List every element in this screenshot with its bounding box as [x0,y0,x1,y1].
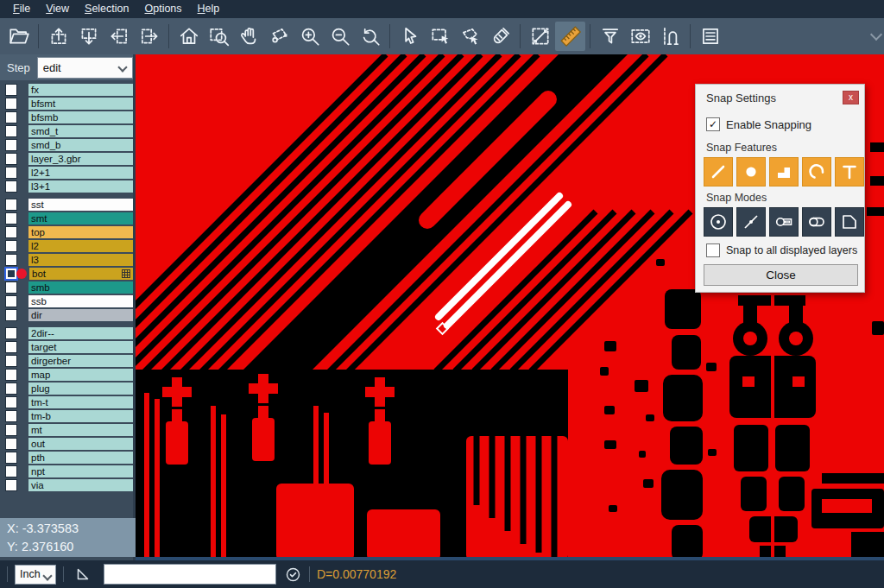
report-panel-button[interactable] [695,22,725,51]
layer-visibility-checkbox[interactable] [5,139,17,151]
layer-label[interactable]: plug [28,383,133,395]
layer-label[interactable]: pth [28,452,133,465]
menu-item-help[interactable]: Help [190,0,228,18]
layer-label[interactable]: bfsmt [28,98,133,111]
snap-slot-button[interactable] [802,207,831,237]
menu-item-view[interactable]: View [38,0,77,18]
layer-label[interactable]: l3 [28,254,133,267]
layer-label[interactable]: smd_t [28,125,133,138]
layer-label[interactable]: map [28,369,133,382]
ruler-button[interactable] [555,22,585,51]
layer-label[interactable]: mt [28,424,133,437]
open-folder-button[interactable] [3,22,34,51]
layer-visibility-checkbox[interactable] [5,309,17,321]
zoom-previous-button[interactable] [355,22,385,51]
enable-snapping-checkbox[interactable]: ✓ Enable Snapping [706,117,811,131]
layer-label[interactable]: ssb [28,295,133,308]
snap-pad-slot-button[interactable] [769,207,799,237]
snap-corner-button[interactable] [835,207,864,237]
layer-visibility-checkbox[interactable] [5,226,17,238]
layer-label[interactable]: l3+1 [28,180,133,193]
zoom-out-button[interactable] [325,22,355,51]
layer-visibility-checkbox[interactable] [5,355,17,367]
layer-label[interactable]: top [28,226,133,239]
layer-row-smd_t[interactable]: smd_t [0,124,133,138]
layer-row-pth[interactable]: pth [0,451,133,465]
layer-label[interactable]: out [28,438,133,451]
layer-row-ssb[interactable]: ssb [0,294,133,308]
layer-visibility-checkbox[interactable] [5,212,17,224]
poly-select-button[interactable] [455,22,485,51]
command-input[interactable] [104,564,276,585]
layer-visibility-checkbox[interactable] [5,111,17,123]
layer-visibility-checkbox[interactable] [5,396,17,408]
checkbox-box[interactable]: ✓ [706,117,720,131]
layer-row-l2[interactable]: l2 [0,239,133,253]
rect-select-button[interactable] [425,22,455,51]
layer-row-bfsmt[interactable]: bfsmt [0,97,133,111]
layer-visibility-checkbox[interactable] [5,295,17,307]
layer-label[interactable]: l2+1 [28,167,133,180]
layer-label[interactable]: smd_b [28,139,133,152]
zoom-in-button[interactable] [294,22,325,51]
pan-down-button[interactable] [73,22,104,51]
layer-label[interactable]: bfsmb [28,111,133,124]
dialog-close-x-button[interactable]: x [843,91,859,104]
layer-visibility-checkbox[interactable] [5,125,17,137]
layer-visibility-checkbox[interactable] [5,438,17,450]
apply-check-icon[interactable] [284,566,302,584]
text-feature-button[interactable] [835,157,864,187]
layer-visibility-checkbox[interactable] [5,240,17,252]
layer-label[interactable]: dirgerber [28,355,133,368]
layer-row-bfsmb[interactable]: bfsmb [0,111,133,124]
zoom-region-button[interactable] [204,22,234,51]
layer-row-fx[interactable]: fx [0,83,133,97]
layer-row-bot[interactable]: bot [0,267,133,281]
menu-item-file[interactable]: File [5,0,38,18]
layer-row-dirgerber[interactable]: dirgerber [0,354,133,368]
layer-visibility-checkbox[interactable] [5,424,17,436]
layer-row-top[interactable]: top [0,225,133,239]
layer-row-npt[interactable]: npt [0,465,133,478]
corner-angle-icon[interactable] [73,564,93,585]
layer-label[interactable]: layer_3.gbr [28,153,133,166]
layer-row-layer_3.gbr[interactable]: layer_3.gbr [0,152,133,166]
layer-visibility-checkbox[interactable] [5,383,17,395]
layer-visibility-checkbox[interactable] [5,410,17,422]
layer-visibility-checkbox[interactable] [5,199,17,211]
pad-feature-button[interactable] [736,157,766,187]
grid-table-icon[interactable] [122,269,130,280]
hand-pan-button[interactable] [234,22,264,51]
snap-magnet-button[interactable] [655,22,685,51]
layer-row-smd_b[interactable]: smd_b [0,138,133,152]
measure-line-button[interactable] [525,22,555,51]
line-feature-button[interactable] [704,157,733,187]
layer-label[interactable]: tm-b [28,410,133,423]
close-button[interactable]: Close [704,264,858,286]
layer-row-tm-b[interactable]: tm-b [0,409,133,423]
layer-row-l3[interactable]: l3 [0,253,133,267]
layer-row-2dir--[interactable]: 2dir-- [0,326,133,340]
layer-label[interactable]: bot [29,268,133,281]
layer-visibility-checkbox[interactable] [5,167,17,179]
layer-visibility-checkbox[interactable] [5,153,17,165]
filter-button[interactable] [595,22,625,51]
layer-row-smb[interactable]: smb [0,281,133,294]
view-box-button[interactable] [625,22,655,51]
snap-midpoint-button[interactable] [736,207,766,237]
layer-visibility-checkbox[interactable] [5,180,17,193]
layer-row-l3+1[interactable]: l3+1 [0,180,133,193]
layer-label[interactable]: fx [28,84,133,97]
layer-visibility-checkbox[interactable] [5,98,17,110]
layer-label[interactable]: dir [28,309,133,322]
layer-visibility-checkbox[interactable] [5,465,17,477]
layer-visibility-checkbox[interactable] [5,84,17,96]
layer-row-target[interactable]: target [0,340,133,354]
select-cursor-button[interactable] [395,22,425,51]
layer-row-via[interactable]: via [0,478,133,492]
layer-label[interactable]: via [28,479,133,492]
layer-visibility-checkbox[interactable] [5,254,17,266]
layer-row-sst[interactable]: sst [0,198,133,212]
layer-row-l2+1[interactable]: l2+1 [0,166,133,180]
clean-brush-button[interactable] [485,22,515,51]
